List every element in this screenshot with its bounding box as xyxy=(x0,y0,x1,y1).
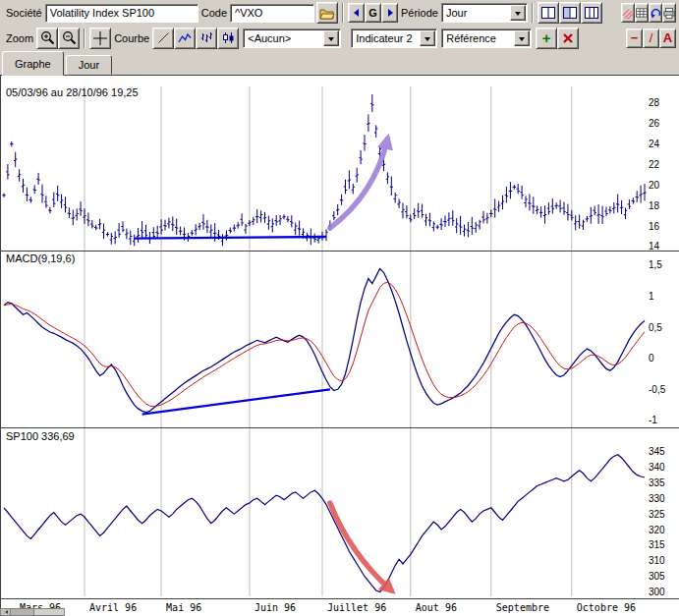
zoom-out-button[interactable] xyxy=(58,28,80,49)
line-chart-button[interactable] xyxy=(174,28,196,49)
x-axis-label: Mai 96 xyxy=(166,602,201,613)
scrollbar-thumb[interactable] xyxy=(11,609,34,615)
y-tick-label: 325 xyxy=(649,509,665,520)
layout-2pane-alt-icon xyxy=(563,7,577,19)
x-axis-label: Juillet 96 xyxy=(327,602,386,613)
prev-button[interactable] xyxy=(348,3,365,23)
graph-button[interactable]: G xyxy=(365,3,381,23)
y-tick-label: 300 xyxy=(649,587,665,597)
crosshair-button[interactable] xyxy=(89,28,111,49)
reference-dropdown[interactable]: Référence xyxy=(441,28,532,48)
zoom-in-icon xyxy=(40,30,55,45)
draw-trendline-button[interactable]: / xyxy=(643,28,659,48)
societe-input[interactable] xyxy=(45,4,198,23)
ohlc-bars-button[interactable] xyxy=(196,28,217,49)
chevron-down-icon xyxy=(424,37,430,44)
y-tick-label: 0 xyxy=(649,353,654,364)
reference-dropdown-button[interactable] xyxy=(514,30,530,46)
reference-value: Référence xyxy=(443,32,514,44)
price-line xyxy=(4,455,645,592)
x-axis-label: Octobre 96 xyxy=(577,602,636,613)
zoom-in-button[interactable] xyxy=(36,28,58,49)
overlay-value: <Aucun> xyxy=(245,32,323,44)
indicateur-dropdown-button[interactable] xyxy=(420,30,435,46)
polyline-curve-icon xyxy=(178,32,192,44)
y-tick-label: 305 xyxy=(649,571,665,582)
code-label: Code xyxy=(201,7,227,19)
chart-area: 05/03/96 au 28/10/96 19,25MACD(9,19,6)SP… xyxy=(0,75,679,616)
overlay-dropdown[interactable]: <Aucun> xyxy=(243,28,341,48)
y-tick-label: 335 xyxy=(649,477,665,488)
layout-2pane-button[interactable] xyxy=(538,2,559,24)
undo-arrow-icon xyxy=(650,7,661,19)
hatch-lines-icon xyxy=(622,7,634,20)
candlestick-button[interactable] xyxy=(217,28,239,49)
y-tick-label: 345 xyxy=(649,446,665,457)
signal-line xyxy=(4,283,645,407)
code-input[interactable] xyxy=(230,4,314,23)
separator xyxy=(532,3,534,23)
toolbar-row-1: Société Code G Période Jour xyxy=(0,0,679,26)
trendline-tools-button[interactable] xyxy=(621,3,635,23)
delete-indicator-button[interactable] xyxy=(557,28,579,49)
periode-value: Jour xyxy=(443,7,510,19)
periode-label: Période xyxy=(401,7,438,19)
arrow-right-icon xyxy=(385,8,395,18)
add-text-button[interactable]: A xyxy=(659,28,676,48)
panel-title: SP100 336,69 xyxy=(6,430,75,442)
y-tick-label: 0,5 xyxy=(649,322,662,333)
tab-jour-label: Jour xyxy=(79,59,99,71)
next-button[interactable] xyxy=(381,3,398,23)
y-tick-label: 14 xyxy=(649,241,660,252)
y-tick-label: 330 xyxy=(649,493,665,504)
x-axis-label: Avril 96 xyxy=(89,602,137,613)
y-tick-label: 26 xyxy=(649,118,660,129)
chevron-down-icon xyxy=(519,37,525,44)
horizontal-scrollbar[interactable] xyxy=(0,608,65,616)
trendline-annotation xyxy=(142,389,330,414)
zoom-out-icon xyxy=(62,30,77,45)
printer-icon xyxy=(663,7,675,20)
y-tick-label: 315 xyxy=(649,539,665,550)
data-table-button[interactable] xyxy=(635,3,649,23)
layout-2pane-alt-button[interactable] xyxy=(559,2,581,24)
toolbar-row-2: Zoom Courbe xyxy=(0,26,679,50)
add-indicator-button[interactable]: + xyxy=(536,28,557,49)
indicateur-value: Indicateur 2 xyxy=(353,32,420,44)
periode-dropdown-button[interactable] xyxy=(510,5,526,21)
y-tick-label: 320 xyxy=(649,525,665,535)
chart-canvas[interactable]: 05/03/96 au 28/10/96 19,25MACD(9,19,6)SP… xyxy=(0,75,679,616)
segment-line-button[interactable] xyxy=(152,28,174,49)
scroll-left-icon xyxy=(3,610,8,614)
separator xyxy=(84,28,85,48)
candlesticks-icon xyxy=(222,31,235,44)
y-tick-label: 18 xyxy=(649,200,660,211)
y-tick-label: -1 xyxy=(649,415,657,425)
tab-graphe-label: Graphe xyxy=(15,58,51,70)
y-tick-label: 1 xyxy=(649,291,654,302)
periode-dropdown[interactable]: Jour xyxy=(441,3,528,23)
open-folder-button[interactable] xyxy=(316,2,338,24)
indicateur-dropdown[interactable]: Indicateur 2 xyxy=(351,28,437,48)
overlay-dropdown-button[interactable] xyxy=(323,30,339,46)
y-tick-label: 24 xyxy=(649,139,660,149)
remove-drawing-button[interactable]: − xyxy=(626,28,643,48)
arrow-left-icon xyxy=(352,8,362,18)
grid-icon xyxy=(636,7,648,19)
tab-graphe[interactable]: Graphe xyxy=(2,51,64,76)
red-x-icon xyxy=(562,32,574,44)
y-tick-label: 310 xyxy=(649,555,665,566)
arrow-annotation xyxy=(330,139,388,228)
crosshair-icon xyxy=(92,30,108,46)
y-tick-label: 1,5 xyxy=(649,259,662,270)
scroll-left-button[interactable] xyxy=(1,609,11,615)
tab-bar: Graphe Jour xyxy=(0,50,679,75)
courbe-label: Courbe xyxy=(114,32,149,44)
undo-button[interactable] xyxy=(649,3,662,23)
folder-open-icon xyxy=(319,7,335,20)
print-button[interactable] xyxy=(662,3,676,23)
layout-3pane-button[interactable] xyxy=(581,2,602,24)
y-tick-label: 20 xyxy=(649,180,660,191)
x-axis-label: Septembre xyxy=(496,602,549,613)
tab-jour[interactable]: Jour xyxy=(66,55,112,75)
